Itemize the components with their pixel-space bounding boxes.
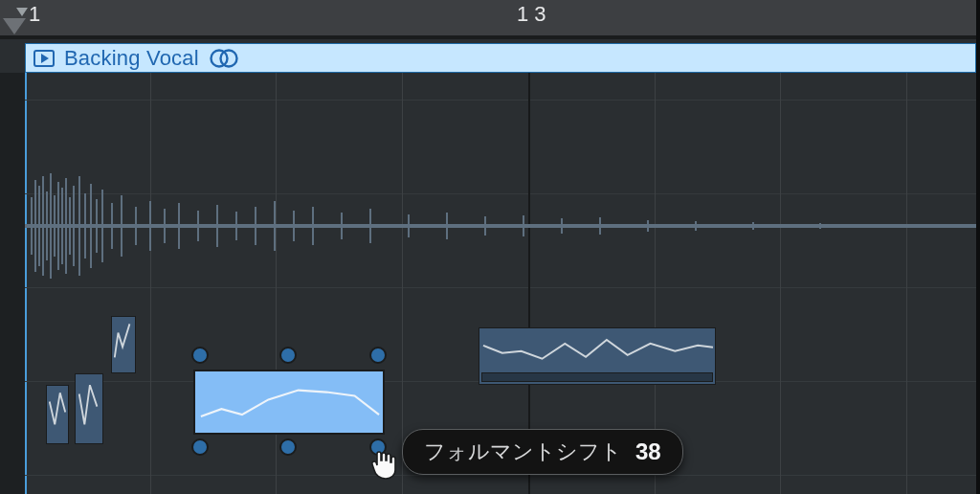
svg-rect-11 xyxy=(61,188,63,264)
window-right-edge xyxy=(976,0,980,494)
audio-editor-root: 1 1 3 Backing Vocal xyxy=(0,0,980,494)
region-header[interactable]: Backing Vocal xyxy=(25,43,976,73)
svg-rect-35 xyxy=(408,214,410,237)
pitch-note-selected[interactable] xyxy=(193,370,385,435)
tooltip-value: 38 xyxy=(635,438,661,465)
audio-waveform xyxy=(25,168,976,283)
note-handle-bottom-left[interactable] xyxy=(191,438,209,456)
svg-rect-42 xyxy=(695,221,697,231)
svg-rect-45 xyxy=(886,224,888,228)
svg-rect-6 xyxy=(42,176,44,276)
hand-cursor-icon xyxy=(369,448,398,481)
playhead-sub-marker[interactable] xyxy=(16,8,28,16)
note-handle-top-left[interactable] xyxy=(191,347,209,364)
svg-rect-4 xyxy=(34,180,36,272)
svg-rect-43 xyxy=(752,222,754,230)
ruler-bar-label: 1 xyxy=(29,2,40,27)
svg-rect-13 xyxy=(69,197,71,255)
svg-rect-3 xyxy=(31,197,33,255)
svg-rect-44 xyxy=(819,223,821,229)
svg-rect-39 xyxy=(561,218,563,234)
svg-rect-12 xyxy=(65,178,67,274)
svg-rect-16 xyxy=(84,193,86,258)
svg-rect-28 xyxy=(235,212,237,240)
tooltip-label: フォルマントシフト xyxy=(424,438,622,466)
svg-rect-29 xyxy=(255,207,256,245)
svg-rect-10 xyxy=(57,182,59,270)
pitch-note[interactable] xyxy=(46,385,69,444)
svg-rect-2 xyxy=(25,224,976,228)
svg-rect-31 xyxy=(293,211,295,241)
svg-rect-36 xyxy=(446,213,448,239)
region-start-line xyxy=(25,73,27,494)
svg-rect-15 xyxy=(78,176,80,276)
svg-rect-22 xyxy=(135,207,137,245)
svg-rect-33 xyxy=(341,213,343,239)
play-icon[interactable] xyxy=(33,50,55,67)
editor-gutter xyxy=(0,73,25,494)
note-handle-top-right[interactable] xyxy=(369,347,387,364)
region-name: Backing Vocal xyxy=(64,46,199,71)
svg-rect-34 xyxy=(369,209,371,243)
note-handle-top-center[interactable] xyxy=(279,347,297,364)
svg-rect-24 xyxy=(164,209,166,243)
svg-rect-23 xyxy=(149,201,151,251)
svg-rect-20 xyxy=(111,203,113,249)
pitch-note[interactable] xyxy=(111,316,136,373)
svg-rect-7 xyxy=(46,191,48,260)
svg-rect-27 xyxy=(216,205,218,247)
note-handle-bottom-center[interactable] xyxy=(279,438,297,456)
svg-rect-14 xyxy=(73,186,75,266)
svg-rect-25 xyxy=(178,203,180,249)
svg-rect-18 xyxy=(96,199,98,253)
svg-point-1 xyxy=(220,50,236,66)
svg-rect-30 xyxy=(274,201,276,251)
stereo-icon xyxy=(209,48,239,69)
svg-rect-41 xyxy=(647,220,649,232)
svg-rect-37 xyxy=(484,216,486,236)
ruler-beat-label: 1 3 xyxy=(517,2,546,27)
formant-tooltip: フォルマントシフト 38 xyxy=(402,429,683,475)
svg-point-0 xyxy=(211,50,227,66)
svg-rect-26 xyxy=(197,211,199,241)
svg-rect-19 xyxy=(101,190,103,262)
svg-rect-9 xyxy=(54,195,56,257)
pitch-note[interactable] xyxy=(479,327,716,385)
svg-rect-40 xyxy=(599,217,601,235)
pitch-note[interactable] xyxy=(75,373,103,444)
svg-rect-38 xyxy=(523,215,524,236)
svg-rect-5 xyxy=(38,186,40,266)
svg-rect-32 xyxy=(312,207,314,245)
svg-rect-8 xyxy=(50,173,52,279)
svg-rect-21 xyxy=(121,195,122,257)
editor-area[interactable]: フォルマントシフト 38 xyxy=(0,73,976,494)
svg-rect-17 xyxy=(90,184,92,268)
timeline-ruler[interactable]: 1 1 3 xyxy=(0,0,976,39)
